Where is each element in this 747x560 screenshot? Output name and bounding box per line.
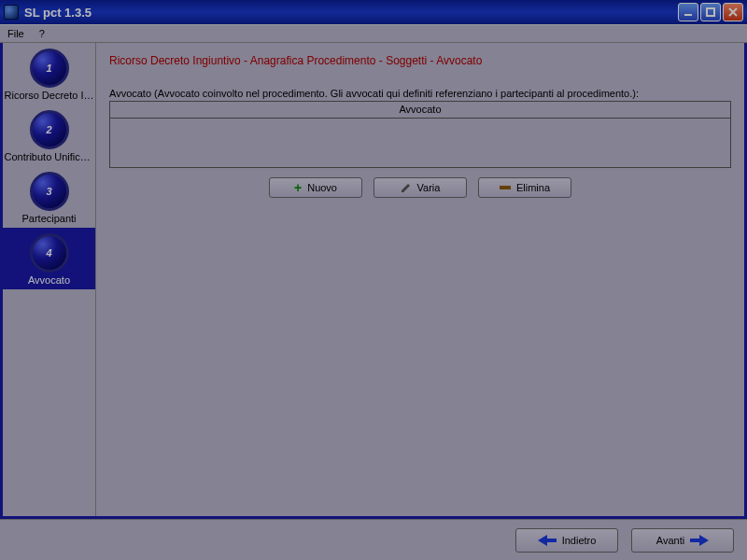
delete-button[interactable]: Elimina	[478, 177, 571, 198]
step-label: Ricorso Decreto In...	[5, 90, 94, 101]
client-area: 1 Ricorso Decreto In... 2 Contributo Uni…	[0, 43, 747, 519]
grid-actions: + Nuovo Varia Elimina	[109, 177, 731, 198]
step-circle-icon: 1	[30, 49, 69, 88]
maximize-button[interactable]	[700, 3, 721, 21]
minimize-button[interactable]	[678, 3, 698, 21]
step-circle-icon: 4	[30, 233, 69, 273]
step-circle-icon: 3	[30, 172, 69, 211]
edit-button-label: Varia	[417, 182, 441, 193]
app-icon	[4, 5, 19, 20]
delete-button-label: Elimina	[516, 182, 550, 193]
next-button-label: Avanti	[656, 535, 684, 546]
step-label: Partecipanti	[5, 213, 94, 224]
breadcrumb: Ricorso Decreto Ingiuntivo - Anagrafica …	[109, 54, 731, 67]
plus-icon: +	[294, 180, 302, 195]
wizard-sidebar: 1 Ricorso Decreto In... 2 Contributo Uni…	[3, 43, 96, 516]
sidebar-step-4[interactable]: 4 Avvocato	[3, 228, 95, 289]
grid-column-avvocato[interactable]: Avvocato	[110, 102, 730, 118]
arrow-left-icon	[538, 535, 557, 546]
step-label: Contributo Unificato	[5, 151, 94, 162]
avvocato-grid[interactable]: Avvocato	[109, 101, 731, 168]
section-label: Avvocato (Avvocato coinvolto nel procedi…	[109, 88, 731, 99]
back-button-label: Indietro	[562, 535, 597, 546]
grid-header: Avvocato	[110, 102, 730, 119]
minus-icon	[500, 186, 511, 189]
svg-rect-1	[707, 8, 714, 16]
sidebar-step-1[interactable]: 1 Ricorso Decreto In...	[3, 43, 95, 105]
new-button[interactable]: + Nuovo	[269, 177, 362, 198]
minimize-icon	[683, 7, 694, 18]
sidebar-step-3[interactable]: 3 Partecipanti	[3, 166, 95, 228]
back-button[interactable]: Indietro	[515, 528, 618, 553]
step-label: Avvocato	[5, 274, 94, 286]
window-title: SL pct 1.3.5	[24, 6, 678, 20]
svg-rect-0	[684, 14, 692, 16]
edit-button[interactable]: Varia	[374, 177, 467, 198]
maximize-icon	[705, 7, 716, 18]
pencil-icon	[401, 182, 412, 193]
grid-body[interactable]	[110, 119, 730, 167]
menu-file[interactable]: File	[4, 27, 28, 40]
wizard-footer: Indietro Avanti	[0, 519, 747, 560]
menu-help[interactable]: ?	[35, 27, 49, 40]
sidebar-step-2[interactable]: 2 Contributo Unificato	[3, 105, 95, 166]
app-window: SL pct 1.3.5 File ? 1 Ricorso Decreto In…	[0, 0, 747, 560]
arrow-right-icon	[690, 535, 709, 546]
titlebar[interactable]: SL pct 1.3.5	[0, 0, 747, 24]
close-button[interactable]	[723, 3, 743, 21]
next-button[interactable]: Avanti	[631, 528, 734, 553]
step-circle-icon: 2	[30, 110, 69, 149]
main-panel: Ricorso Decreto Ingiuntivo - Anagrafica …	[96, 43, 744, 516]
close-icon	[727, 7, 739, 18]
menubar: File ?	[0, 24, 747, 43]
new-button-label: Nuovo	[307, 182, 337, 193]
